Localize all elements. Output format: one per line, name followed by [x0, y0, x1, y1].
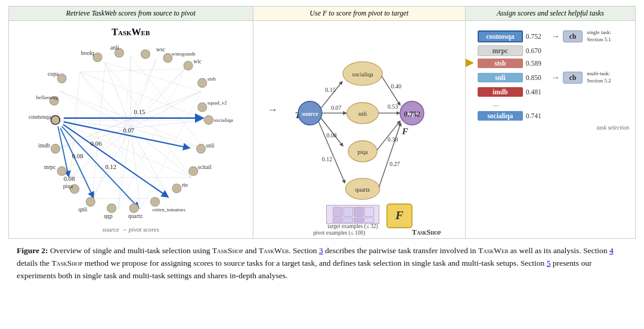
svg-line-112 [318, 122, 345, 183]
svg-text:0.07: 0.07 [331, 104, 341, 111]
svg-text:0.15: 0.15 [325, 87, 335, 93]
cb-box-single: cb [563, 30, 583, 42]
svg-text:→: → [267, 103, 278, 115]
taskweb-diagram: TaskWeb [9, 21, 253, 238]
svg-rect-128 [333, 207, 342, 216]
svg-text:mrpc: mrpc [44, 164, 56, 170]
svg-point-62 [172, 184, 181, 193]
task-score-mrpc: 0.670 [526, 47, 549, 54]
svg-line-23 [70, 69, 185, 177]
svg-text:0.12: 0.12 [321, 156, 332, 162]
caption-text1: Overview of single and multi-task select… [50, 246, 212, 255]
diagram-area: Retrieve TaskWeb scores from source to p… [8, 6, 636, 239]
svg-line-22 [131, 56, 204, 149]
task-label-snli: snli [478, 73, 523, 82]
svg-line-117 [382, 76, 400, 106]
task-score-stsb: 0.589 [526, 60, 549, 67]
svg-text:piqa: piqa [357, 149, 368, 155]
panel3-footer: task selection [478, 124, 631, 131]
task-row-imdb: imdb 0.481 [478, 87, 631, 97]
note-multi: multi-task:Section 5.2 [587, 70, 611, 84]
svg-point-72 [51, 115, 60, 124]
svg-text:0.15: 0.15 [134, 108, 145, 115]
task-label-imdb: imdb [478, 87, 523, 97]
svg-text:socialiqa: socialiqa [352, 71, 373, 78]
task-row-cosmosqa: cosmosqa 0.752 → cb single task:Section … [478, 29, 631, 43]
caption-text3: . Section [289, 246, 319, 255]
svg-text:0.27: 0.27 [389, 161, 400, 167]
svg-text:F: F [395, 208, 403, 222]
svg-line-120 [379, 123, 400, 187]
svg-text:copa: copa [48, 70, 59, 77]
task-label-socialiqa: socialiqa [478, 111, 523, 121]
panel2-header-text: Use F to score from pivot to target [309, 9, 408, 17]
caption-text: Figure 2: Overview of single and multi-t… [17, 245, 627, 282]
svg-text:0.08: 0.08 [72, 152, 83, 159]
caption-text5: as well as its analysis. Section [508, 246, 609, 255]
svg-text:source → pivot scores: source → pivot scores [103, 226, 159, 233]
panel1-header-text: Retrieve TaskWeb scores from source to p… [66, 9, 196, 17]
svg-text:hellaswag: hellaswag [36, 94, 58, 100]
arrow-snli: → [552, 73, 560, 82]
svg-rect-129 [343, 207, 352, 216]
svg-text:0.12: 0.12 [105, 163, 116, 170]
task-label-mrpc: mrpc [478, 45, 523, 56]
task-label-cosmosqa: cosmosqa [478, 30, 523, 42]
panel2-header: Use F to score from pivot to target [253, 7, 465, 21]
svg-text:qnli: qnli [78, 206, 87, 213]
ref4[interactable]: 4 [609, 246, 614, 255]
panel3-header: Assign scores and select helpful tasks [466, 7, 635, 21]
svg-text:TaskShop: TaskShop [411, 228, 441, 236]
svg-rect-133 [343, 218, 352, 223]
panel2-diagram: → T source target socialiqa [253, 21, 465, 238]
svg-text:scitail: scitail [198, 164, 212, 170]
svg-line-10 [131, 128, 169, 199]
panel2-fscoring: Use F to score from pivot to target → T … [253, 7, 466, 238]
svg-line-41 [64, 122, 187, 147]
svg-text:0.07: 0.07 [123, 127, 134, 134]
task-dots: ... [478, 99, 631, 109]
svg-point-59 [204, 115, 213, 124]
arrow-cosmosqa: → [552, 32, 560, 41]
ref3[interactable]: 3 [319, 246, 323, 255]
svg-text:quartz: quartz [128, 213, 143, 219]
svg-text:rte: rte [182, 182, 188, 188]
svg-point-54 [184, 61, 193, 70]
main-container: Retrieve TaskWeb scores from source to p… [0, 0, 644, 329]
svg-point-53 [163, 54, 172, 63]
svg-line-37 [140, 91, 201, 210]
svg-line-43 [62, 127, 137, 207]
svg-text:quartz: quartz [355, 186, 370, 193]
svg-text:0.40: 0.40 [391, 83, 401, 90]
caption-text6: details the [17, 259, 51, 267]
svg-point-58 [198, 103, 207, 112]
svg-text:0.38: 0.38 [388, 136, 398, 143]
taskweb-sc1: TaskWeb [259, 246, 289, 255]
svg-text:piqa: piqa [63, 183, 73, 189]
svg-text:stsb: stsb [208, 76, 216, 82]
svg-text:imdb: imdb [38, 142, 50, 149]
panel3-assign: Assign scores and select helpful tasks ▶… [466, 7, 635, 238]
svg-text:wsc: wsc [156, 46, 165, 53]
svg-text:snli: snli [206, 142, 215, 149]
svg-text:F: F [401, 126, 408, 136]
panel2-content: → T source target socialiqa [253, 21, 465, 238]
svg-point-60 [197, 144, 206, 153]
caption-area: Figure 2: Overview of single and multi-t… [8, 239, 636, 288]
cb-box-multi: cb [563, 72, 583, 84]
svg-point-65 [107, 204, 116, 213]
svg-rect-131 [364, 207, 373, 216]
svg-rect-135 [364, 218, 373, 223]
svg-line-17 [61, 91, 131, 128]
caption-text2: and [243, 246, 259, 255]
task-score-socialiqa: 0.741 [526, 112, 549, 119]
panel1-taskweb: Retrieve TaskWeb scores from source to p… [9, 7, 253, 238]
panel1-header: Retrieve TaskWeb scores from source to p… [9, 7, 253, 21]
svg-point-64 [129, 204, 138, 213]
svg-point-69 [51, 144, 60, 153]
cb-label-single: cb [563, 30, 583, 42]
svg-text:boolq: boolq [81, 50, 94, 56]
svg-text:TaskWeb: TaskWeb [112, 27, 150, 37]
note-single: single task:Section 5.1 [587, 29, 611, 43]
panel1-content: TaskWeb [9, 21, 253, 238]
